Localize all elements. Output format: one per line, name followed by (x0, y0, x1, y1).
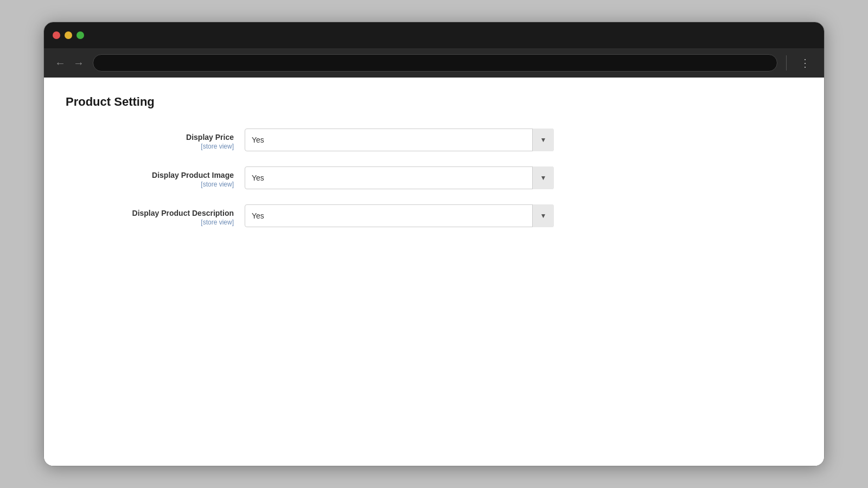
address-bar[interactable] (93, 54, 777, 72)
display-product-description-label-group: Display Product Description [store view] (66, 204, 245, 226)
display-product-image-row: Display Product Image [store view] Yes N… (66, 166, 554, 189)
nav-arrows: ← → (53, 56, 86, 70)
display-price-row: Display Price [store view] Yes No ▼ (66, 129, 554, 151)
display-product-image-control: Yes No ▼ (245, 166, 554, 189)
display-product-description-select[interactable]: Yes No (245, 204, 554, 227)
display-price-select[interactable]: Yes No (245, 129, 554, 151)
traffic-lights (53, 31, 84, 39)
page-title: Product Setting (66, 95, 802, 109)
form-container: Display Price [store view] Yes No ▼ (66, 129, 554, 227)
forward-button[interactable]: → (71, 56, 86, 70)
close-button[interactable] (53, 31, 60, 39)
display-product-image-select-wrapper: Yes No ▼ (245, 166, 554, 189)
address-input[interactable] (101, 59, 769, 67)
display-product-description-select-wrapper: Yes No ▼ (245, 204, 554, 227)
page-content: Product Setting Display Price [store vie… (44, 78, 824, 466)
display-product-description-sublabel: [store view] (66, 219, 234, 226)
menu-dots-button[interactable]: ⋮ (795, 54, 815, 72)
nav-bar: ← → ⋮ (44, 48, 824, 78)
display-product-image-sublabel: [store view] (66, 181, 234, 188)
display-product-description-control: Yes No ▼ (245, 204, 554, 227)
display-product-description-label: Display Product Description (66, 209, 234, 217)
display-price-label-group: Display Price [store view] (66, 129, 245, 150)
display-product-description-row: Display Product Description [store view]… (66, 204, 554, 227)
display-price-sublabel: [store view] (66, 143, 234, 150)
title-bar (44, 22, 824, 48)
display-product-image-label: Display Product Image (66, 171, 234, 179)
browser-window: ← → ⋮ Product Setting Display Price [sto… (43, 22, 825, 466)
nav-divider (786, 55, 787, 70)
display-price-control: Yes No ▼ (245, 129, 554, 151)
display-price-label: Display Price (66, 133, 234, 142)
display-price-select-wrapper: Yes No ▼ (245, 129, 554, 151)
display-product-image-select[interactable]: Yes No (245, 166, 554, 189)
minimize-button[interactable] (65, 31, 72, 39)
display-product-image-label-group: Display Product Image [store view] (66, 166, 245, 188)
maximize-button[interactable] (76, 31, 84, 39)
back-button[interactable]: ← (53, 56, 68, 70)
